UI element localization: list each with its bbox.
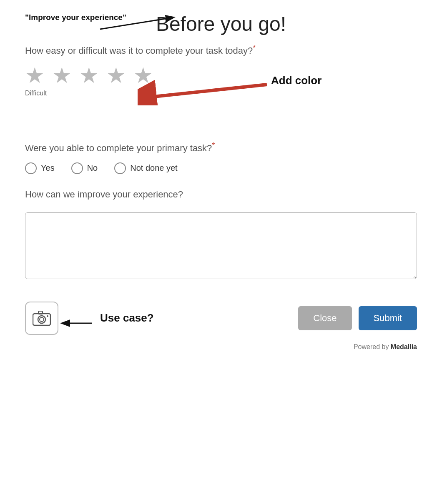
star-labels: Difficult Easy — [25, 90, 154, 97]
question-difficulty-label: How easy or difficult was it to complete… — [25, 44, 417, 56]
question-improve-section: How can we improve your experience? — [25, 189, 417, 281]
question-task-label: Were you able to complete your primary t… — [25, 141, 417, 154]
use-case-arrow-icon — [58, 315, 96, 332]
star-3[interactable]: ★ — [79, 65, 99, 86]
svg-point-6 — [40, 317, 44, 322]
question-difficulty-section: How easy or difficult was it to complete… — [25, 44, 417, 126]
close-button[interactable]: Close — [298, 306, 352, 330]
star-2[interactable]: ★ — [52, 65, 72, 86]
radio-option-not-done[interactable]: Not done yet — [114, 162, 177, 174]
improve-textarea[interactable] — [25, 212, 417, 279]
svg-line-1 — [100, 17, 173, 29]
radio-label-not-done: Not done yet — [130, 163, 177, 173]
svg-point-5 — [38, 316, 45, 323]
radio-label-no: No — [87, 163, 98, 173]
star-label-difficult: Difficult — [25, 90, 47, 97]
use-case-label: Use case? — [100, 312, 154, 324]
camera-button[interactable] — [25, 302, 58, 335]
radio-option-no[interactable]: No — [71, 162, 98, 174]
radio-circle-yes — [25, 162, 37, 174]
star-4[interactable]: ★ — [106, 65, 126, 86]
star-1[interactable]: ★ — [25, 65, 45, 86]
annotation-improve-experience: "Improve your experience" — [25, 12, 126, 23]
brand-name: Medallia — [391, 343, 417, 350]
radio-group-task: Yes No Not done yet — [25, 162, 417, 174]
question-task-complete-section: Were you able to complete your primary t… — [25, 141, 417, 174]
radio-circle-not-done — [114, 162, 126, 174]
powered-by: Powered by Medallia — [25, 343, 417, 351]
use-case-annotation: Use case? — [63, 312, 154, 324]
red-arrow-icon — [138, 72, 271, 105]
annotation-arrow-improve — [96, 13, 179, 34]
svg-point-8 — [47, 315, 48, 317]
submit-button[interactable]: Submit — [359, 306, 417, 330]
radio-circle-no — [71, 162, 83, 174]
powered-by-text: Powered by — [354, 343, 389, 350]
radio-option-yes[interactable]: Yes — [25, 162, 55, 174]
add-color-label: Add color — [271, 74, 321, 87]
action-buttons: Close Submit — [298, 306, 417, 330]
camera-icon — [33, 311, 51, 326]
radio-label-yes: Yes — [41, 163, 55, 173]
bottom-row: Use case? Close Submit — [25, 302, 417, 335]
svg-line-3 — [150, 85, 267, 97]
question-improve-label: How can we improve your experience? — [25, 189, 417, 200]
add-color-annotation-area: Add color — [25, 97, 417, 126]
